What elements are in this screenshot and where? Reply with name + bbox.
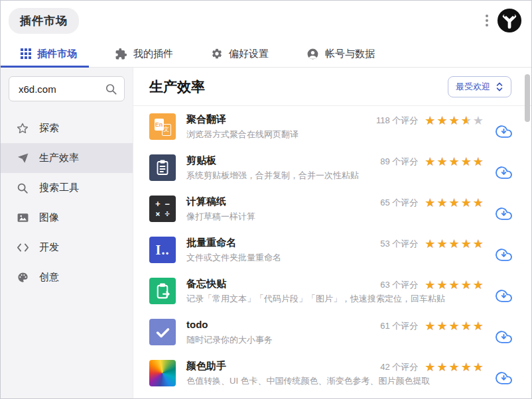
cloud-download-icon[interactable] bbox=[495, 164, 513, 181]
calculator-icon: + −× ÷ bbox=[149, 196, 176, 222]
plugin-row[interactable]: 颜色助手 色值转换、UI 色卡、中国传统颜色、渐变色参考、图片颜色提取 42 个… bbox=[133, 353, 531, 394]
plugin-name: 批量重命名 bbox=[186, 237, 373, 249]
plugin-name: 剪贴板 bbox=[186, 154, 373, 166]
checkmark-icon bbox=[149, 319, 176, 345]
plugin-description: 文件或文件夹批量重命名 bbox=[186, 252, 373, 264]
sidebar-item-image[interactable]: 图像 bbox=[1, 203, 133, 233]
tab-preferences[interactable]: 偏好设置 bbox=[211, 40, 269, 67]
header-right bbox=[483, 8, 522, 33]
sidebar-item-explore[interactable]: 探索 bbox=[1, 113, 133, 143]
plugin-list: 文En 聚合翻译 浏览器方式聚合在线网页翻译 118 个评分 ★★★★★ ★★★… bbox=[133, 106, 531, 398]
plugin-name: 备忘快贴 bbox=[186, 278, 373, 290]
star-outline-icon bbox=[16, 122, 29, 135]
rating-count: 118 个评分 bbox=[376, 115, 418, 127]
palette-icon bbox=[16, 271, 29, 284]
main-header: 生产效率 最受欢迎 bbox=[133, 68, 531, 106]
plugin-row[interactable]: + −× ÷ 计算稿纸 像打草稿一样计算 65 个评分 ★★★★★ ★★★★★ bbox=[133, 188, 531, 229]
sort-arrows-icon bbox=[496, 82, 503, 91]
sidebar-item-productivity[interactable]: 生产效率 bbox=[1, 143, 133, 173]
plugin-row[interactable]: todo 随时记录你的大小事务 61 个评分 ★★★★★ ★★★★★ bbox=[133, 312, 531, 353]
rating-count: 89 个评分 bbox=[380, 156, 418, 168]
plugin-name: 颜色助手 bbox=[186, 360, 373, 372]
cloud-download-icon[interactable] bbox=[495, 370, 513, 386]
plugin-row[interactable]: 备忘快贴 记录「常用文本」「代码片段」「图片」，快速搜索定位，回车粘贴 63 个… bbox=[133, 270, 531, 312]
tab-my-plugins[interactable]: 我的插件 bbox=[115, 40, 173, 67]
sidebar-item-creative[interactable]: 创意 bbox=[1, 262, 133, 292]
plugin-name: 计算稿纸 bbox=[186, 196, 373, 207]
rename-icon: I.. bbox=[149, 237, 176, 263]
search-box[interactable] bbox=[9, 76, 125, 101]
cloud-download-icon[interactable] bbox=[495, 205, 513, 222]
person-icon bbox=[306, 48, 319, 60]
search-icon[interactable] bbox=[105, 83, 117, 95]
plugin-description: 系统剪贴板增强，合并复制，合并一次性粘贴 bbox=[186, 170, 373, 182]
plugin-description: 色值转换、UI 色卡、中国传统颜色、渐变色参考、图片颜色提取 bbox=[186, 375, 373, 387]
search-input[interactable] bbox=[17, 83, 105, 95]
image-icon bbox=[16, 211, 29, 224]
category-nav: 探索 生产效率 搜索工具 图像 开发 创 bbox=[1, 113, 133, 292]
scrollbar-thumb[interactable] bbox=[525, 74, 530, 122]
star-rating: ★★★★★ ★★★★★ bbox=[425, 156, 485, 168]
rating-count: 61 个评分 bbox=[380, 320, 418, 332]
plugin-description: 浏览器方式聚合在线网页翻译 bbox=[186, 129, 369, 141]
search-icon bbox=[16, 182, 29, 194]
code-icon bbox=[16, 242, 29, 253]
plugin-description: 记录「常用文本」「代码片段」「图片」，快速搜索定位，回车粘贴 bbox=[186, 293, 373, 305]
cloud-download-icon[interactable] bbox=[495, 123, 513, 140]
plugin-name: todo bbox=[186, 319, 373, 331]
memo-paste-icon bbox=[149, 278, 176, 304]
tab-account[interactable]: 帐号与数据 bbox=[306, 40, 375, 67]
tab-market[interactable]: 插件市场 bbox=[21, 40, 77, 67]
sort-dropdown[interactable]: 最受欢迎 bbox=[448, 76, 511, 97]
active-tab-indicator bbox=[1, 66, 89, 68]
cloud-download-icon[interactable] bbox=[495, 329, 513, 345]
rating-count: 42 个评分 bbox=[380, 361, 418, 373]
translate-icon: 文En bbox=[149, 113, 176, 140]
tab-bar: 插件市场 我的插件 偏好设置 帐号与数据 bbox=[1, 40, 531, 68]
cloud-download-icon[interactable] bbox=[495, 247, 513, 263]
star-rating: ★★★★★ ★★★★★ bbox=[425, 197, 485, 209]
plugin-row[interactable]: 剪贴板 系统剪贴板增强，合并复制，合并一次性粘贴 89 个评分 ★★★★★ ★★… bbox=[133, 147, 531, 188]
kebab-menu-icon[interactable] bbox=[483, 12, 491, 29]
star-rating: ★★★★★ ★★★★★ bbox=[425, 361, 485, 373]
app-window: 插件市场 插件市场 我的插件 偏好设置 帐号与数据 bbox=[0, 0, 532, 399]
plugin-description: 随时记录你的大小事务 bbox=[186, 334, 373, 346]
plugin-name: 聚合翻译 bbox=[186, 113, 369, 125]
plugin-row[interactable]: I.. 批量重命名 文件或文件夹批量重命名 53 个评分 ★★★★★ ★★★★★ bbox=[133, 229, 531, 270]
star-rating: ★★★★★ ★★★★★ bbox=[425, 279, 485, 291]
color-wheel-icon bbox=[149, 360, 176, 386]
rating-count: 63 个评分 bbox=[380, 279, 418, 291]
gear-icon bbox=[211, 48, 223, 60]
grid-icon bbox=[21, 48, 31, 59]
sidebar-item-develop[interactable]: 开发 bbox=[1, 233, 133, 262]
sidebar: 探索 生产效率 搜索工具 图像 开发 创 bbox=[1, 68, 133, 398]
puzzle-icon bbox=[115, 48, 127, 60]
rating-count: 65 个评分 bbox=[380, 197, 418, 209]
page-title: 生产效率 bbox=[149, 78, 205, 96]
star-rating: ★★★★★ ★★★★★ bbox=[425, 115, 485, 127]
star-rating: ★★★★★ ★★★★★ bbox=[425, 238, 485, 250]
clipboard-icon bbox=[149, 154, 176, 181]
utools-logo-icon bbox=[497, 8, 522, 33]
sidebar-item-search-tools[interactable]: 搜索工具 bbox=[1, 173, 133, 203]
cloud-download-icon[interactable] bbox=[495, 288, 513, 304]
rating-count: 53 个评分 bbox=[380, 238, 418, 250]
star-rating: ★★★★★ ★★★★★ bbox=[425, 320, 485, 332]
app-title-badge: 插件市场 bbox=[9, 8, 79, 34]
window-header: 插件市场 bbox=[1, 1, 531, 40]
plugin-description: 像打草稿一样计算 bbox=[186, 211, 373, 223]
paper-plane-icon bbox=[16, 152, 29, 164]
plugin-row[interactable]: 文En 聚合翻译 浏览器方式聚合在线网页翻译 118 个评分 ★★★★★ ★★★… bbox=[133, 106, 531, 147]
main-panel: 生产效率 最受欢迎 文En 聚合翻译 浏览器方式聚合在线网页翻译 bbox=[133, 68, 531, 398]
